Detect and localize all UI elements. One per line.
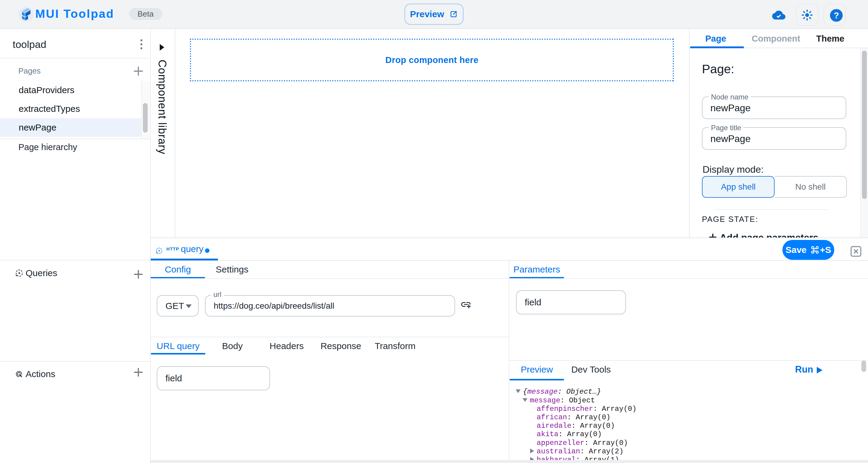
svg-text:?: ? [834, 10, 839, 20]
